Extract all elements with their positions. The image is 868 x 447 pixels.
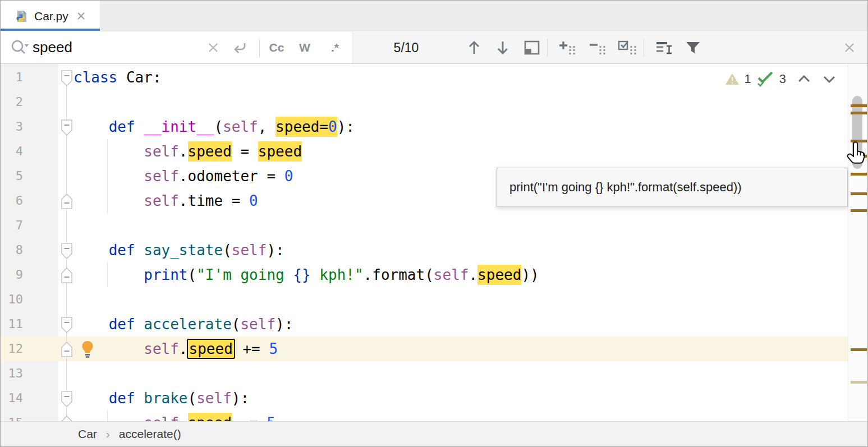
breadcrumb: Car › accelerate(): [1, 421, 867, 446]
previous-occurrence-icon[interactable]: [462, 32, 486, 63]
editor-scrollbar[interactable]: [848, 64, 867, 422]
tooltip-text: print("I'm going {} kph!".format(self.sp…: [509, 180, 742, 195]
fold-end-icon[interactable]: [61, 267, 73, 284]
add-occurrence-icon[interactable]: [553, 32, 581, 63]
code-text: def say_state(self):: [74, 238, 284, 262]
search-match-stripe[interactable]: [851, 112, 867, 114]
code-token: [135, 118, 144, 135]
fold-collapse-icon[interactable]: [61, 119, 73, 136]
ide-window: Car.py speed Cc W .*: [0, 0, 868, 447]
filter-icon[interactable]: [679, 32, 706, 63]
next-problem-icon[interactable]: [821, 74, 838, 84]
code-line-3[interactable]: 3 def __init__(self, speed=0):: [1, 114, 849, 139]
line-number: 15: [1, 411, 23, 422]
line-number: 5: [1, 164, 23, 188]
search-input[interactable]: speed: [33, 39, 72, 56]
code-token: self: [434, 266, 469, 283]
code-line-14[interactable]: 14 def brake(self):: [1, 386, 849, 411]
code-editor[interactable]: 1class Car:23 def __init__(self, speed=0…: [1, 64, 849, 422]
divider: [644, 39, 644, 57]
code-token: ):: [275, 316, 293, 333]
code-token: [74, 340, 144, 357]
match-count: 5/10: [352, 32, 460, 63]
code-line-10[interactable]: 10: [1, 287, 849, 312]
code-token: def: [109, 390, 135, 407]
search-icon[interactable]: [7, 32, 32, 63]
fold-collapse-icon[interactable]: [61, 390, 73, 407]
line-number: 4: [1, 139, 23, 164]
code-token: +=: [234, 340, 269, 357]
code-token: ):: [267, 242, 284, 259]
search-match-stripe[interactable]: [851, 209, 867, 212]
line-number: 14: [1, 386, 23, 411]
code-text: self.speed -= 5: [74, 411, 275, 422]
select-all-occurrences-icon[interactable]: [613, 32, 642, 63]
code-line-7[interactable]: 7: [1, 213, 849, 238]
close-search-icon[interactable]: [838, 32, 861, 63]
code-token: (: [232, 316, 241, 333]
words-toggle[interactable]: W: [293, 32, 316, 63]
tab-close-icon[interactable]: [76, 11, 86, 21]
fold-end-icon[interactable]: [61, 341, 73, 358]
fold-collapse-icon[interactable]: [61, 70, 73, 86]
code-line-9[interactable]: 9 print("I'm going {} kph!".format(self.…: [1, 262, 849, 287]
code-line-15[interactable]: 15 self.speed -= 5: [1, 411, 849, 422]
new-line-icon[interactable]: [228, 32, 251, 63]
code-line-2[interactable]: 2: [1, 90, 849, 114]
code-text: def __init__(self, speed=0):: [74, 114, 355, 139]
code-line-1[interactable]: 1class Car:: [1, 65, 849, 90]
search-bar: speed Cc W .* 5/10: [1, 32, 867, 64]
scrollbar-preview-tooltip: print("I'm going {} kph!".format(self.sp…: [497, 168, 848, 207]
tab-title: Car.py: [34, 10, 68, 23]
search-match-stripe[interactable]: [851, 192, 867, 195]
success-count[interactable]: 3: [779, 72, 786, 86]
line-number: 10: [1, 287, 23, 312]
code-token: [74, 118, 109, 135]
code-token: accelerate: [144, 316, 232, 333]
code-token: [74, 316, 109, 333]
line-number: 2: [1, 90, 23, 114]
breadcrumb-item-class[interactable]: Car: [78, 427, 97, 441]
code-token: [74, 192, 144, 209]
fold-collapse-icon[interactable]: [61, 242, 73, 259]
fold-end-icon[interactable]: [61, 193, 73, 210]
code-text: def accelerate(self):: [74, 312, 293, 337]
warning-icon: [725, 72, 740, 86]
code-token: def: [109, 316, 135, 333]
search-match-stripe[interactable]: [851, 381, 867, 384]
open-in-find-window-icon[interactable]: [518, 32, 545, 63]
code-token: kph!": [311, 266, 364, 283]
line-number: 13: [1, 361, 23, 386]
remove-occurrence-icon[interactable]: [584, 32, 612, 63]
code-token: [74, 143, 144, 160]
regex-toggle[interactable]: .*: [323, 32, 347, 63]
code-line-8[interactable]: 8 def say_state(self):: [1, 238, 849, 262]
warning-count[interactable]: 1: [745, 72, 751, 86]
code-token: self: [232, 242, 267, 259]
search-match-stripe[interactable]: [851, 348, 867, 351]
prev-problem-icon[interactable]: [796, 74, 812, 84]
tab-car-py[interactable]: Car.py: [1, 1, 100, 31]
code-line-13[interactable]: 13: [1, 361, 849, 386]
search-match-stripe[interactable]: [851, 173, 867, 176]
code-token: self: [223, 118, 258, 135]
code-text: print("I'm going {} kph!".format(self.sp…: [74, 262, 539, 287]
search-options-icon[interactable]: [650, 32, 678, 63]
next-occurrence-icon[interactable]: [490, 32, 515, 63]
code-line-4[interactable]: 4 self.speed = speed: [1, 139, 849, 164]
code-token: brake: [144, 390, 187, 407]
code-token: self: [144, 340, 179, 357]
search-match-stripe[interactable]: [851, 104, 867, 107]
search-match: speed: [258, 141, 302, 162]
match-case-toggle[interactable]: Cc: [264, 32, 289, 63]
code-line-11[interactable]: 11 def accelerate(self):: [1, 312, 849, 337]
clear-search-icon[interactable]: [204, 32, 223, 63]
fold-collapse-icon[interactable]: [61, 316, 73, 333]
search-match: speed: [188, 141, 232, 162]
code-text: self.speed += 5: [74, 337, 278, 361]
code-token: say_state: [144, 242, 223, 259]
code-token: def: [109, 118, 135, 135]
code-line-12[interactable]: 12 self.speed += 5: [1, 337, 849, 361]
breadcrumb-item-method[interactable]: accelerate(): [119, 427, 181, 441]
code-text: self.odometer = 0: [74, 164, 293, 188]
